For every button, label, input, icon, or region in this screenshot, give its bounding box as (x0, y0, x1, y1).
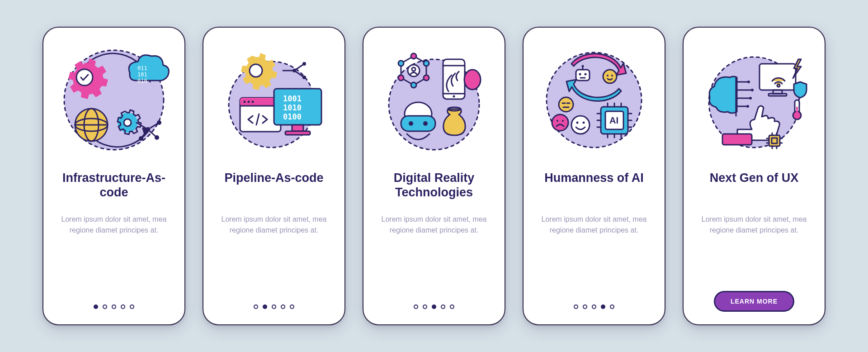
humanness-ai-icon: AI (540, 46, 648, 154)
card-title: Digital Reality Technologies (376, 171, 492, 201)
pagination-dots (574, 304, 614, 309)
svg-text:010: 010 (137, 78, 147, 84)
svg-point-73 (453, 95, 455, 98)
svg-point-22 (157, 120, 161, 125)
dot-4[interactable] (121, 304, 125, 309)
dot-1[interactable] (94, 304, 98, 309)
dot-2[interactable] (103, 304, 107, 309)
svg-text:0100: 0100 (283, 112, 302, 121)
dot-3[interactable] (272, 304, 276, 309)
dot-5[interactable] (450, 304, 454, 309)
card-description: Lorem ipsum dolor sit amet, mea regione … (700, 214, 808, 236)
svg-point-41 (252, 101, 254, 103)
pagination-dots (94, 304, 134, 309)
svg-rect-78 (401, 116, 435, 131)
dot-3[interactable] (592, 304, 596, 309)
dot-2[interactable] (583, 304, 587, 309)
svg-point-33 (302, 62, 306, 66)
onboarding-card-2: 1001 1010 0100 Pipeline-As-code Lorem ip… (203, 27, 345, 325)
onboarding-card-4: AI Humanness of AI Lorem ipsum dolor sit… (523, 27, 665, 325)
svg-marker-135 (793, 59, 801, 78)
svg-text:011: 011 (137, 65, 147, 71)
dot-4[interactable] (281, 304, 285, 309)
svg-point-108 (583, 122, 585, 124)
svg-point-40 (248, 101, 250, 103)
dot-5[interactable] (130, 304, 134, 309)
svg-rect-152 (769, 135, 780, 146)
svg-point-34 (302, 76, 306, 79)
dot-1[interactable] (254, 304, 258, 309)
svg-point-24 (139, 136, 143, 141)
card-description: Lorem ipsum dolor sit amet, mea regione … (60, 214, 168, 236)
svg-point-145 (751, 89, 754, 91)
svg-text:AI: AI (609, 115, 618, 125)
svg-point-87 (579, 73, 581, 76)
pipeline-as-code-icon: 1001 1010 0100 (220, 46, 328, 154)
dot-5[interactable] (290, 304, 294, 309)
pagination-dots (254, 304, 294, 309)
digital-reality-icon (380, 46, 488, 154)
svg-rect-140 (796, 107, 798, 115)
svg-point-21 (146, 127, 150, 132)
dot-4[interactable] (601, 304, 605, 309)
svg-rect-150 (722, 134, 752, 145)
next-gen-ux-icon (700, 46, 808, 154)
dot-1[interactable] (414, 304, 418, 309)
onboarding-card-3: Digital Reality Technologies Lorem ipsum… (363, 27, 505, 325)
svg-point-91 (582, 65, 584, 67)
dot-3[interactable] (432, 304, 436, 309)
card-title: Humanness of AI (544, 171, 644, 201)
infrastructure-as-code-icon: 011 101 010 (60, 46, 168, 154)
svg-point-147 (749, 97, 752, 100)
svg-point-39 (244, 101, 246, 103)
card-description: Lorem ipsum dolor sit amet, mea regione … (380, 214, 488, 236)
svg-rect-44 (292, 125, 303, 131)
card-description: Lorem ipsum dolor sit amet, mea regione … (540, 214, 648, 236)
svg-point-94 (607, 75, 609, 76)
svg-point-149 (746, 105, 749, 108)
dot-5[interactable] (610, 304, 614, 309)
svg-point-32 (292, 69, 296, 72)
svg-point-88 (585, 73, 587, 76)
svg-point-104 (562, 120, 564, 122)
dot-4[interactable] (441, 304, 445, 309)
svg-text:1001: 1001 (283, 94, 302, 103)
onboarding-card-5: Next Gen of UX Lorem ipsum dolor sit ame… (683, 27, 826, 325)
dot-1[interactable] (574, 304, 578, 309)
learn-more-button[interactable]: LEARN MORE (714, 291, 794, 312)
svg-text:101: 101 (137, 71, 147, 78)
dot-2[interactable] (423, 304, 427, 309)
svg-point-95 (611, 75, 613, 76)
card-title: Infrastructure-As-code (56, 171, 172, 201)
card-title: Next Gen of UX (710, 171, 799, 201)
card-description: Lorem ipsum dolor sit amet, mea regione … (220, 214, 328, 236)
svg-point-143 (747, 81, 750, 83)
svg-point-103 (557, 120, 558, 122)
card-title: Pipeline-As-code (224, 171, 323, 201)
svg-rect-85 (576, 70, 590, 81)
svg-point-81 (423, 121, 428, 126)
svg-text:1010: 1010 (283, 103, 302, 112)
onboarding-card-1: 011 101 010 (42, 27, 185, 325)
svg-point-23 (155, 135, 159, 140)
pagination-dots (414, 304, 454, 309)
dot-2[interactable] (263, 304, 267, 309)
svg-point-107 (576, 122, 579, 124)
dot-3[interactable] (112, 304, 116, 309)
svg-point-80 (409, 121, 413, 126)
